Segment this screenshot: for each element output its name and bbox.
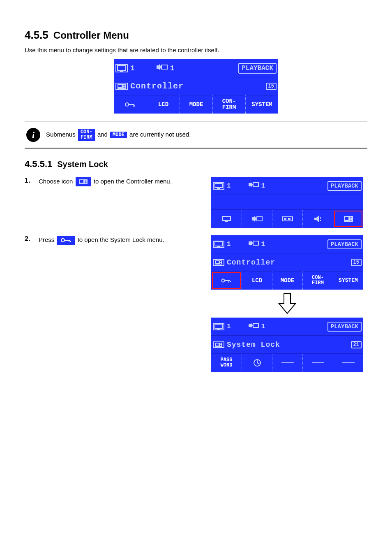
mode-badge: PLAYBACK <box>327 181 362 191</box>
svg-rect-62 <box>281 362 294 363</box>
lcd-tab-row: LCD MODE CON- FIRM SYSTEM <box>211 272 363 290</box>
svg-point-34 <box>350 220 351 221</box>
lcd-status-row: 1 1 PLAYBACK <box>114 59 278 77</box>
svg-rect-30 <box>320 220 321 221</box>
svg-rect-29 <box>320 218 321 219</box>
svg-rect-16 <box>215 183 222 188</box>
section-title: Controller Menu <box>53 30 129 41</box>
svg-rect-13 <box>80 180 83 183</box>
lcd-badge: 21 <box>351 341 362 348</box>
svg-marker-22 <box>252 216 257 222</box>
svg-rect-10 <box>133 105 134 107</box>
svg-point-8 <box>125 103 129 106</box>
svg-point-47 <box>222 279 225 282</box>
lcd-status-row: 1 1 PLAYBACK <box>211 318 363 336</box>
tab-audio-icon[interactable] <box>302 210 333 228</box>
camera-icon <box>248 322 259 331</box>
svg-rect-38 <box>70 241 71 242</box>
controller-icon-chip <box>76 177 91 186</box>
tab-controller-icon[interactable] <box>333 210 363 228</box>
mode-badge: PLAYBACK <box>327 239 362 249</box>
svg-rect-28 <box>320 217 321 218</box>
controller-icon <box>115 83 128 90</box>
lcd-badge: 15 <box>351 259 362 266</box>
note-pre: Submenus <box>46 131 76 138</box>
monitor-icon <box>213 241 224 248</box>
tab-lock[interactable] <box>211 272 242 290</box>
svg-point-45 <box>220 261 221 262</box>
step-1-pre: Choose icon <box>39 178 73 185</box>
step-2: 2. Press to open the System Lock menu. 1… <box>25 235 367 372</box>
tab-system[interactable]: SYSTEM <box>245 95 278 114</box>
svg-marker-2 <box>157 64 161 70</box>
lcd-status-row: 1 1 PLAYBACK <box>211 235 363 253</box>
intro-text: Use this menu to change settings that ar… <box>25 46 367 54</box>
svg-point-15 <box>85 182 86 183</box>
svg-marker-18 <box>249 182 253 188</box>
step-1-post: to open the Controller menu. <box>94 178 172 185</box>
tab-clock-icon[interactable] <box>242 354 272 372</box>
svg-rect-9 <box>129 104 134 105</box>
tab-password[interactable]: PASS WORD <box>211 354 242 372</box>
camera-icon <box>156 63 168 73</box>
section-heading: 4.5.5 Controller Menu <box>25 29 367 42</box>
tab-mode[interactable]: MODE <box>180 95 212 114</box>
note-bar: i Submenus CON- FIRM and MODE are curren… <box>25 121 367 149</box>
svg-rect-52 <box>217 329 220 330</box>
tab-lock[interactable] <box>114 95 147 114</box>
lcd-tab-row: PASS WORD <box>211 354 363 372</box>
svg-point-35 <box>61 239 65 242</box>
chip-mode: MODE <box>110 132 127 139</box>
tab-camera-icon[interactable] <box>242 210 272 228</box>
lcd-screen-step2a: 1 1 PLAYBACK Controller 15 LCD MODE <box>211 235 363 290</box>
svg-marker-27 <box>314 216 319 222</box>
monitor-icon <box>213 323 224 330</box>
tab-blank-2[interactable] <box>302 354 333 372</box>
svg-rect-32 <box>345 217 348 220</box>
monitor-number: 1 <box>227 323 231 330</box>
svg-rect-31 <box>344 216 353 222</box>
section-number: 4.5.5 <box>25 29 48 42</box>
svg-rect-21 <box>225 221 228 222</box>
note-post: are currently not used. <box>129 131 191 138</box>
lcd-tab-row: LCD MODE CON- FIRM SYSTEM <box>114 95 278 114</box>
svg-rect-11 <box>134 105 135 107</box>
svg-point-46 <box>220 262 221 264</box>
monitor-number: 1 <box>130 64 135 72</box>
tab-blank-3[interactable] <box>333 354 363 372</box>
lcd-status-row: 1 1 PLAYBACK <box>211 177 363 195</box>
svg-point-33 <box>350 217 351 218</box>
camera-number: 1 <box>261 323 265 330</box>
svg-rect-64 <box>342 362 355 363</box>
svg-point-6 <box>124 85 125 86</box>
lcd-title: Controller <box>130 81 184 91</box>
step-1-number: 1. <box>25 177 34 184</box>
tab-lcd[interactable]: LCD <box>147 95 180 114</box>
tab-recorder-icon[interactable] <box>272 210 302 228</box>
svg-line-61 <box>257 363 259 364</box>
tab-mode[interactable]: MODE <box>272 272 302 290</box>
svg-rect-54 <box>253 323 258 327</box>
controller-icon <box>213 341 224 348</box>
tab-confirm[interactable]: CON- FIRM <box>212 95 245 114</box>
tab-blank-1[interactable] <box>272 354 302 372</box>
svg-rect-19 <box>253 183 258 187</box>
svg-rect-40 <box>217 246 220 247</box>
svg-point-58 <box>220 345 221 346</box>
lcd-badge: 15 <box>266 83 277 90</box>
svg-rect-50 <box>230 281 231 282</box>
tab-confirm[interactable]: CON- FIRM <box>302 272 333 290</box>
monitor-icon <box>115 64 128 72</box>
lcd-title-row: Controller 15 <box>211 253 363 272</box>
step-2-post: to open the System Lock menu. <box>78 236 164 243</box>
tab-monitor-icon[interactable] <box>211 210 242 228</box>
svg-point-7 <box>124 86 125 88</box>
lcd-title-row: System Lock 21 <box>211 336 363 354</box>
tab-lcd[interactable]: LCD <box>242 272 272 290</box>
tab-system[interactable]: SYSTEM <box>333 272 363 290</box>
svg-rect-44 <box>216 261 219 263</box>
camera-icon <box>248 240 259 248</box>
svg-rect-0 <box>118 65 126 70</box>
lcd-tab-row <box>211 210 363 228</box>
svg-rect-17 <box>217 188 220 189</box>
